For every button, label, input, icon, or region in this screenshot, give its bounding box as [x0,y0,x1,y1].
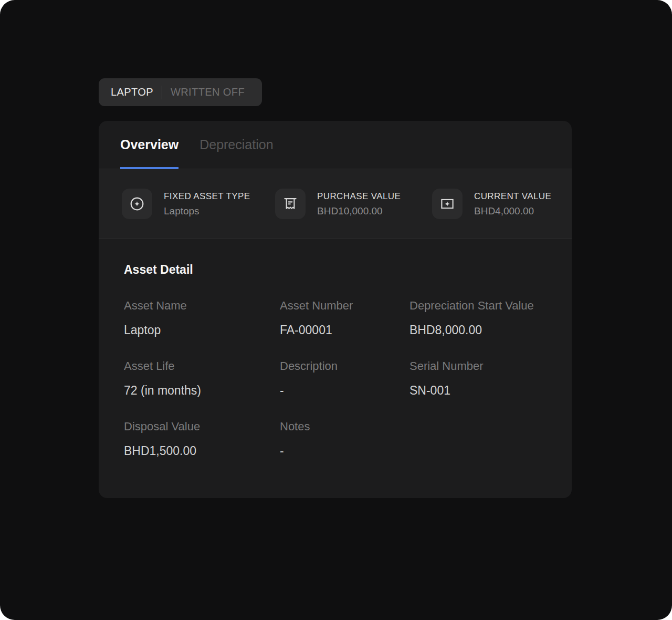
field-value: - [280,382,410,399]
tab-overview[interactable]: Overview [120,121,178,169]
asset-detail-card: Overview Depreciation FIXED ASSET TYPE L… [99,121,572,498]
tab-depreciation[interactable]: Depreciation [200,121,273,169]
stat-value: BHD4,000.00 [474,205,551,217]
field-grid: Asset Name Laptop Asset Number FA-00001 … [124,298,547,459]
field-value: SN-001 [410,382,547,399]
asset-detail-section: Asset Detail Asset Name Laptop Asset Num… [99,239,572,498]
field-value: BHD8,000.00 [410,322,547,338]
stat-label: CURRENT VALUE [474,191,551,202]
field-disposal-value: Disposal Value BHD1,500.00 [124,419,280,459]
written-off-status-label: WRITTEN OFF [171,86,245,98]
receipt-icon [275,189,306,219]
field-description: Description - [280,358,410,399]
field-notes: Notes - [280,419,410,459]
stat-value: BHD10,000.00 [317,205,401,217]
field-label: Notes [280,419,410,435]
stat-current-value: CURRENT VALUE BHD4,000.00 [432,189,572,219]
field-label: Disposal Value [124,419,280,435]
field-label: Serial Number [410,358,547,374]
field-label: Asset Number [280,298,410,314]
field-asset-life: Asset Life 72 (in months) [124,358,280,399]
stat-purchase-value: PURCHASE VALUE BHD10,000.00 [275,189,432,219]
section-title: Asset Detail [124,261,547,278]
stat-fixed-asset-type: FIXED ASSET TYPE Laptops [122,189,275,219]
badge-divider [162,86,162,99]
field-label: Asset Life [124,358,280,374]
field-asset-name: Asset Name Laptop [124,298,280,338]
field-value: BHD1,500.00 [124,442,280,459]
field-value: FA-00001 [280,322,410,338]
asset-stats-strip: FIXED ASSET TYPE Laptops PURCHASE VALUE … [99,169,572,239]
field-value: Laptop [124,322,280,338]
field-value: - [280,442,410,459]
asset-name-label: LAPTOP [111,86,153,98]
tab-bar: Overview Depreciation [99,121,572,169]
stat-value: Laptops [164,205,250,217]
field-value: 72 (in months) [124,382,280,399]
field-label: Depreciation Start Value [410,298,547,314]
field-asset-number: Asset Number FA-00001 [280,298,410,338]
stat-text: FIXED ASSET TYPE Laptops [164,191,250,217]
asset-status-badge: LAPTOP WRITTEN OFF [99,78,262,106]
field-empty [410,419,547,459]
sparkle-circle-icon [122,189,152,219]
field-label: Asset Name [124,298,280,314]
sparkle-frame-icon [432,189,463,219]
field-serial-number: Serial Number SN-001 [410,358,547,399]
stat-text: PURCHASE VALUE BHD10,000.00 [317,191,401,217]
stat-text: CURRENT VALUE BHD4,000.00 [474,191,551,217]
field-label: Description [280,358,410,374]
stat-label: FIXED ASSET TYPE [164,191,250,202]
stat-label: PURCHASE VALUE [317,191,401,202]
app-screen: LAPTOP WRITTEN OFF Overview Depreciation… [0,0,672,620]
field-depreciation-start-value: Depreciation Start Value BHD8,000.00 [410,298,547,338]
